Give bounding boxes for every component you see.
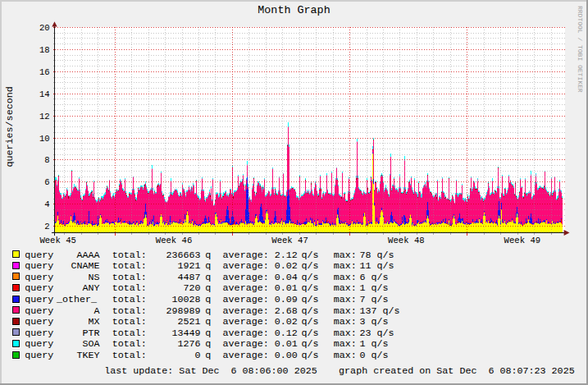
- svg-text:0.02: 0.02: [275, 316, 298, 328]
- svg-text:max:: max:: [334, 328, 357, 339]
- svg-text:ANY: ANY: [83, 282, 100, 294]
- svg-text:A: A: [94, 305, 101, 317]
- svg-text:0.09: 0.09: [275, 294, 298, 305]
- svg-text:query: query: [25, 250, 53, 261]
- svg-text:0.01: 0.01: [275, 282, 298, 294]
- svg-text:average:: average:: [223, 282, 269, 294]
- svg-text:137 q/s: 137 q/s: [360, 305, 400, 317]
- svg-text:q/s: q/s: [302, 282, 319, 294]
- svg-text:max:: max:: [334, 316, 357, 328]
- svg-text:2: 2: [44, 222, 49, 231]
- svg-text:Week 48: Week 48: [388, 236, 425, 245]
- svg-text:1 q/s: 1 q/s: [360, 338, 389, 350]
- svg-text:q: q: [205, 305, 211, 317]
- svg-text:max:: max:: [334, 272, 357, 283]
- svg-text:total:: total:: [112, 294, 147, 305]
- svg-text:max:: max:: [334, 294, 357, 305]
- svg-text:720: 720: [184, 282, 201, 294]
- svg-text:78 q/s: 78 q/s: [360, 250, 394, 261]
- svg-text:1276: 1276: [178, 338, 201, 350]
- svg-text:query: query: [25, 260, 53, 272]
- svg-text:query: query: [25, 282, 53, 294]
- svg-text:2.12: 2.12: [275, 250, 298, 261]
- svg-text:AAAA: AAAA: [77, 250, 101, 261]
- svg-text:q/s: q/s: [302, 305, 319, 317]
- svg-text:q: q: [205, 260, 211, 272]
- svg-text:10: 10: [39, 134, 50, 144]
- svg-text:0.12: 0.12: [275, 328, 298, 339]
- svg-text:average:: average:: [223, 294, 269, 305]
- svg-text:query: query: [25, 305, 53, 317]
- svg-text:CNAME: CNAME: [71, 260, 100, 272]
- svg-text:total:: total:: [112, 272, 147, 283]
- svg-text:total:: total:: [112, 282, 147, 294]
- svg-text:query: query: [25, 316, 53, 328]
- svg-text:6 q/s: 6 q/s: [360, 272, 389, 283]
- svg-text:Week 47: Week 47: [271, 236, 308, 245]
- svg-text:0: 0: [195, 350, 201, 361]
- svg-text:18: 18: [39, 45, 50, 55]
- svg-text:last update: Sat Dec 6 08:06:: last update: Sat Dec 6 08:06:00 2025: [104, 365, 317, 377]
- svg-text:query: query: [25, 328, 53, 339]
- svg-text:14: 14: [39, 89, 50, 99]
- svg-text:max:: max:: [334, 350, 357, 361]
- svg-text:0.00: 0.00: [275, 350, 298, 361]
- svg-text:q: q: [205, 294, 211, 305]
- svg-text:1 q/s: 1 q/s: [360, 282, 389, 294]
- svg-text:q/s: q/s: [302, 316, 319, 328]
- svg-text:q/s: q/s: [302, 350, 319, 361]
- svg-text:average:: average:: [223, 260, 269, 272]
- svg-text:graph created on Sat Dec 6 08: graph created on Sat Dec 6 08:07:23 2025: [339, 365, 575, 377]
- svg-text:11 q/s: 11 q/s: [360, 260, 394, 272]
- svg-text:SOA: SOA: [83, 338, 101, 350]
- svg-text:queries/second: queries/second: [4, 86, 16, 167]
- svg-text:q/s: q/s: [302, 338, 319, 350]
- svg-text:TKEY: TKEY: [77, 350, 100, 361]
- svg-text:q: q: [205, 350, 211, 361]
- svg-text:query: query: [25, 294, 53, 305]
- svg-text:max:: max:: [334, 338, 357, 350]
- svg-text:total:: total:: [112, 250, 147, 261]
- svg-text:10028: 10028: [172, 294, 201, 305]
- svg-text:query: query: [25, 338, 53, 350]
- svg-text:NS: NS: [89, 272, 100, 283]
- svg-text:q/s: q/s: [302, 328, 319, 339]
- svg-text:20: 20: [39, 23, 50, 33]
- svg-text:Month Graph: Month Graph: [258, 4, 330, 16]
- svg-text:max:: max:: [334, 282, 357, 294]
- svg-text:RRDTOOL / TOBI OETIKER: RRDTOOL / TOBI OETIKER: [577, 6, 584, 93]
- svg-text:q: q: [205, 282, 211, 294]
- svg-text:total:: total:: [112, 338, 147, 350]
- svg-text:23 q/s: 23 q/s: [360, 328, 394, 339]
- svg-text:q: q: [205, 338, 211, 350]
- svg-text:Week 49: Week 49: [504, 236, 541, 245]
- svg-text:average:: average:: [223, 328, 269, 339]
- svg-text:Week 46: Week 46: [156, 236, 193, 245]
- svg-text:q: q: [205, 272, 211, 283]
- svg-text:average:: average:: [223, 272, 269, 283]
- svg-text:298989: 298989: [166, 305, 201, 317]
- svg-text:236663: 236663: [166, 250, 201, 261]
- svg-text:1921: 1921: [178, 260, 201, 272]
- svg-text:total:: total:: [112, 328, 147, 339]
- svg-text:3 q/s: 3 q/s: [360, 316, 389, 328]
- svg-text:average:: average:: [223, 338, 269, 350]
- svg-text:average:: average:: [223, 316, 269, 328]
- svg-text:2.68: 2.68: [275, 305, 298, 317]
- svg-text:total:: total:: [112, 350, 147, 361]
- svg-text:total:: total:: [112, 260, 147, 272]
- svg-text:query: query: [25, 272, 53, 283]
- svg-text:max:: max:: [334, 305, 357, 317]
- svg-text:Week 45: Week 45: [39, 236, 76, 245]
- svg-text:q: q: [205, 328, 211, 339]
- svg-text:max:: max:: [334, 250, 357, 261]
- svg-text:query: query: [25, 350, 53, 361]
- svg-text:13449: 13449: [172, 328, 201, 339]
- svg-text:q/s: q/s: [302, 250, 319, 261]
- svg-text:total:: total:: [112, 316, 147, 328]
- svg-text:q/s: q/s: [302, 294, 319, 305]
- svg-text:q: q: [205, 316, 211, 328]
- svg-text:q/s: q/s: [302, 272, 319, 283]
- svg-text:4487: 4487: [178, 272, 201, 283]
- svg-text:PTR: PTR: [83, 328, 100, 339]
